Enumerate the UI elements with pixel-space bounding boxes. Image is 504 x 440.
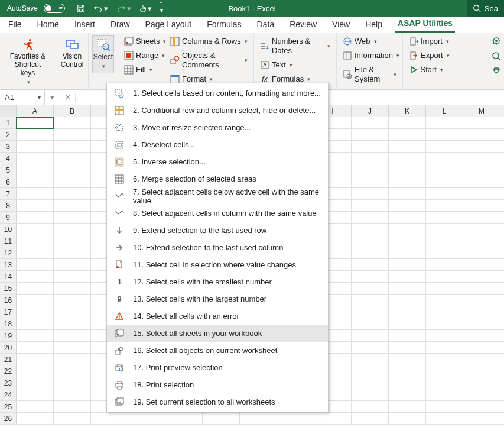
- cell[interactable]: [54, 212, 91, 223]
- cell[interactable]: [463, 129, 500, 140]
- cell[interactable]: [352, 342, 389, 353]
- cell[interactable]: [54, 247, 91, 258]
- vision-control-button[interactable]: Vision Control: [60, 35, 84, 71]
- cell[interactable]: [463, 176, 500, 187]
- file-system-button[interactable]: File & System▾: [340, 64, 399, 85]
- cell[interactable]: [426, 377, 463, 389]
- cell[interactable]: [426, 295, 463, 306]
- menu-item-11[interactable]: 11. Select cell in selection where value…: [107, 256, 328, 273]
- cell[interactable]: [352, 365, 389, 377]
- cell[interactable]: [54, 141, 91, 152]
- fx-dropdown-icon[interactable]: ▾: [45, 93, 60, 102]
- cell[interactable]: [352, 401, 389, 412]
- cell[interactable]: [54, 200, 91, 211]
- cell[interactable]: [426, 247, 463, 258]
- cell[interactable]: [17, 141, 54, 152]
- cell[interactable]: [463, 247, 500, 258]
- cell[interactable]: [463, 365, 500, 377]
- objects-comments-button[interactable]: Objects & Comments▾: [168, 50, 250, 71]
- cell[interactable]: [54, 354, 91, 365]
- menu-item-7[interactable]: 7. Select adjacent cells below active ce…: [107, 187, 328, 205]
- cell[interactable]: [54, 271, 91, 282]
- row-header[interactable]: 6: [0, 176, 17, 187]
- cell[interactable]: [389, 318, 426, 329]
- cell[interactable]: [426, 153, 463, 164]
- cell[interactable]: [54, 129, 91, 140]
- row-header[interactable]: 22: [0, 365, 17, 377]
- cell[interactable]: [17, 377, 54, 389]
- cell[interactable]: [54, 306, 91, 318]
- cell[interactable]: [463, 153, 500, 164]
- row-header[interactable]: 17: [0, 306, 17, 318]
- cell[interactable]: [54, 259, 91, 270]
- cell[interactable]: [389, 271, 426, 282]
- cell[interactable]: [463, 401, 500, 412]
- cell[interactable]: [426, 212, 463, 223]
- cell[interactable]: [426, 330, 463, 341]
- cell[interactable]: [54, 401, 91, 412]
- cell[interactable]: [203, 413, 240, 424]
- row-header[interactable]: 12: [0, 247, 17, 258]
- cell[interactable]: [426, 413, 463, 424]
- cell[interactable]: [426, 283, 463, 294]
- row-header[interactable]: 1: [0, 117, 17, 128]
- row-header[interactable]: 24: [0, 389, 17, 400]
- cell[interactable]: [17, 235, 54, 247]
- row-header[interactable]: 23: [0, 377, 17, 389]
- row-header[interactable]: 9: [0, 212, 17, 223]
- qat-customize-icon[interactable]: ‾▾: [160, 4, 163, 13]
- cell[interactable]: [54, 365, 91, 377]
- cell[interactable]: [91, 413, 128, 424]
- row-header[interactable]: 10: [0, 224, 17, 235]
- cell[interactable]: [463, 354, 500, 365]
- cell[interactable]: [426, 401, 463, 412]
- cell[interactable]: [463, 377, 500, 389]
- cell[interactable]: [54, 224, 91, 235]
- cell[interactable]: [17, 224, 54, 235]
- cell[interactable]: [389, 354, 426, 365]
- cell[interactable]: [54, 295, 91, 306]
- cell[interactable]: [352, 295, 389, 306]
- cell[interactable]: [426, 259, 463, 270]
- cell[interactable]: [352, 153, 389, 164]
- cell[interactable]: [463, 342, 500, 353]
- cell[interactable]: [352, 377, 389, 389]
- cell[interactable]: [54, 117, 91, 128]
- cell[interactable]: [463, 235, 500, 247]
- cell[interactable]: [389, 141, 426, 152]
- cell[interactable]: [463, 283, 500, 294]
- cell[interactable]: [352, 141, 389, 152]
- menu-item-10[interactable]: 10. Extend selection to the last used co…: [107, 239, 328, 256]
- tab-page-layout[interactable]: Page Layout: [143, 17, 194, 33]
- cell[interactable]: [389, 200, 426, 211]
- column-header[interactable]: A: [17, 105, 54, 117]
- import-button[interactable]: Import▾: [407, 35, 446, 47]
- cell[interactable]: [128, 413, 165, 424]
- cell[interactable]: [54, 283, 91, 294]
- cell[interactable]: [17, 200, 54, 211]
- cell[interactable]: [17, 271, 54, 282]
- cell[interactable]: [463, 224, 500, 235]
- cell[interactable]: [463, 200, 500, 211]
- cell[interactable]: [54, 164, 91, 176]
- cell[interactable]: [426, 354, 463, 365]
- cell[interactable]: [389, 306, 426, 318]
- cell[interactable]: [389, 259, 426, 270]
- cell[interactable]: [463, 188, 500, 199]
- find-icon[interactable]: [491, 51, 502, 62]
- cell[interactable]: [389, 283, 426, 294]
- cell[interactable]: [352, 330, 389, 341]
- cell[interactable]: [463, 212, 500, 223]
- tab-view[interactable]: View: [330, 17, 352, 33]
- select-button[interactable]: Select▾: [92, 35, 114, 73]
- cell[interactable]: [17, 117, 54, 128]
- menu-item-12[interactable]: 112. Select cells with the smallest numb…: [107, 273, 328, 290]
- undo-icon[interactable]: ▾: [93, 4, 108, 13]
- information-button[interactable]: iInformation▾: [340, 50, 399, 62]
- cell[interactable]: [389, 117, 426, 128]
- cell[interactable]: [463, 295, 500, 306]
- cell[interactable]: [165, 413, 203, 424]
- cell[interactable]: [389, 224, 426, 235]
- cell[interactable]: [352, 224, 389, 235]
- cell[interactable]: [426, 164, 463, 176]
